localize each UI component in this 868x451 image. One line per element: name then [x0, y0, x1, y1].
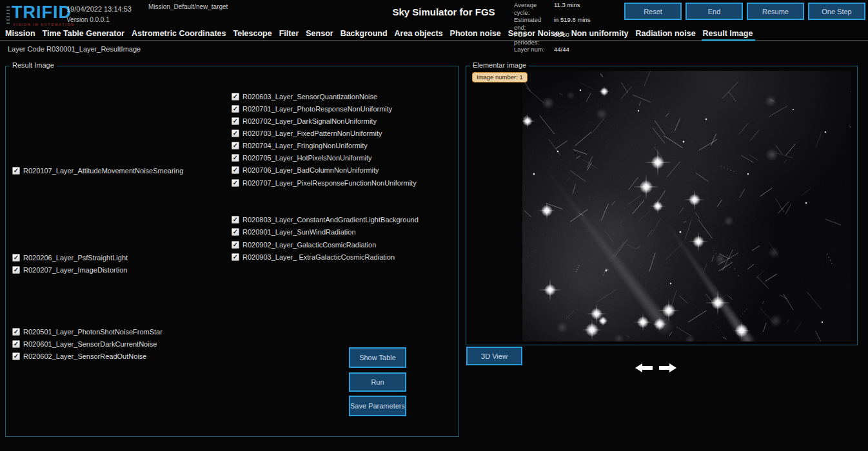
menu-item-result-image[interactable]: Result Image	[703, 29, 753, 38]
arrow-right-icon[interactable]	[658, 361, 678, 374]
timestamp: 19/04/2022 13:14:53	[66, 5, 132, 13]
layer-option: ✓R020707_Layer_PixelResponseFunctionNonU…	[232, 179, 417, 187]
checkbox-label: R020704_Layer_FringingNonUniformity	[242, 142, 368, 149]
checkbox-r020901-layer-sunwindradiation[interactable]: ✓	[232, 228, 239, 236]
checkbox-label: R020601_Layer_SensorDarkCurrentNoise	[23, 340, 157, 348]
layer-option: ✓R020706_Layer_BadColumnNonUniformity	[232, 166, 379, 174]
checkbox-r020702-layer-darksignalnonuniformity[interactable]: ✓	[232, 117, 239, 125]
checkbox-label: R020603_Layer_SensorQuantizationNoise	[242, 93, 377, 101]
layer-code-value: R030001_Layer_ResultImage	[46, 45, 141, 53]
layer-option: ✓R020107_Layer_AttitudeMovementNoiseSmea…	[12, 167, 183, 175]
layer-code-row: Layer Code R030001_Layer_ResultImage	[8, 45, 44, 53]
menu-item-background[interactable]: Background	[340, 29, 388, 38]
checkbox-r020602-layer-sensorreadoutnoise[interactable]: ✓	[12, 352, 20, 360]
checkbox-label: R020707_Layer_PixelResponseFunctionNonUn…	[242, 179, 417, 187]
checkbox-r020803-layer-constantandgradientlightbackground[interactable]: ✓	[232, 216, 239, 224]
checkbox-r020206-layer-psfstraightlight[interactable]: ✓	[12, 254, 20, 262]
menu-item-radiation-noise[interactable]: Radiation noise	[636, 29, 696, 38]
checkbox-r020603-layer-sensorquantizationnoise[interactable]: ✓	[232, 93, 239, 101]
checkbox-r020704-layer-fringingnonuniformity[interactable]: ✓	[232, 142, 239, 149]
menu-bar: MissionTime Table GeneratorAstrometric C…	[0, 27, 868, 40]
checkbox-label: R020107_Layer_AttitudeMovementNoiseSmear…	[23, 167, 183, 175]
layer-option: ✓R020206_Layer_PsfStraightLight	[12, 254, 128, 262]
menu-item-telescope[interactable]: Telescope	[233, 29, 271, 38]
run-button[interactable]: Run	[349, 372, 406, 392]
reset-button[interactable]: Reset	[624, 3, 682, 20]
checkbox-label: R020206_Layer_PsfStraightLight	[23, 254, 128, 262]
stat-label-fgs-periodes: FGS periodes:	[514, 31, 553, 46]
simulation-control-buttons: ResetEndResumeOne Step	[624, 3, 865, 20]
trifid-logo: TRIFID	[12, 3, 72, 23]
menu-item-time-table-generator[interactable]: Time Table Generator	[43, 29, 124, 38]
app-title: Sky Simulator for FGS	[392, 6, 495, 17]
layer-option: ✓R020901_Layer_SunWindRadiation	[232, 228, 356, 236]
checkbox-label: R020702_Layer_DarkSignalNonUniformity	[242, 117, 377, 125]
resume-button[interactable]: Resume	[747, 3, 804, 20]
layer-option: ✓R020601_Layer_SensorDarkCurrentNoise	[12, 340, 157, 348]
checkbox-label: R020602_Layer_SensorReadOutNoise	[23, 352, 146, 360]
logo-dots-decoration	[6, 6, 10, 24]
elementar-image-panel-title: Elementar image	[470, 61, 529, 69]
layer-option: ✓R020602_Layer_SensorReadOutNoise	[12, 352, 146, 360]
layer-option: ✓R020702_Layer_DarkSignalNonUniformity	[232, 117, 377, 125]
trifid-logo-subtitle: VISION IN AUTOMATION	[13, 23, 75, 26]
layer-option: ✓R020903_Layer_ ExtraGalacticCosmicRadia…	[232, 253, 395, 261]
result-image-panel-title: Result Image	[10, 61, 57, 69]
checkbox-label: R020803_Layer_ConstantAndGradientLightBa…	[242, 216, 419, 224]
menu-item-mission[interactable]: Mission	[5, 29, 35, 38]
checkbox-r020707-layer-pixelresponsefunctionnonuniformity[interactable]: ✓	[232, 179, 239, 187]
show-table-button[interactable]: Show Table	[349, 347, 406, 368]
active-tab-underline	[702, 39, 755, 41]
checkbox-label: R020706_Layer_BadColumnNonUniformity	[242, 166, 379, 174]
checkbox-r020601-layer-sensordarkcurrentnoise[interactable]: ✓	[12, 340, 20, 348]
stat-value-average-cycle: 11.3 mins	[554, 1, 591, 16]
checkbox-r020501-layer-photonshotnoisefromstar[interactable]: ✓	[12, 328, 20, 336]
elementar-image-canvas	[522, 71, 851, 341]
end-button[interactable]: End	[686, 3, 743, 20]
menu-item-area-objects[interactable]: Area objects	[395, 29, 443, 38]
stat-value-layer-num: 44/44	[554, 46, 591, 53]
checkbox-label: R020903_Layer_ ExtraGalacticCosmicRadiat…	[242, 253, 395, 261]
checkbox-label: R020701_Layer_PhotoResponseNonUniformity	[242, 105, 392, 113]
checkbox-r020902-layer-galacticcosmicradiation[interactable]: ✓	[232, 241, 239, 249]
checkbox-r020701-layer-photoresponsenonuniformity[interactable]: ✓	[232, 105, 239, 113]
layer-option: ✓R020207_Layer_ImageDistortion	[12, 266, 127, 274]
layer-option: ✓R020703_Layer_FixedPatternNonUniformity	[232, 130, 382, 137]
layer-option: ✓R020701_Layer_PhotoResponseNonUniformit…	[232, 105, 392, 113]
checkbox-r020107-layer-attitudemovementnoisesmearing[interactable]: ✓	[12, 167, 20, 175]
stat-value-fgs-periodes: 06/50	[554, 31, 591, 46]
menu-item-astrometric-coordinates[interactable]: Astrometric Coordinates	[132, 29, 226, 38]
menu-item-photon-noise[interactable]: Photon noise	[450, 29, 501, 38]
layer-option: ✓R020501_Layer_PhotonShotNoiseFromStar	[12, 328, 163, 336]
layer-option: ✓R020705_Layer_HotPixelsNonUniformity	[232, 154, 372, 162]
elementar-image-panel: Elementar image Image number: 1	[466, 66, 858, 345]
checkbox-label: R020501_Layer_PhotonShotNoiseFromStar	[23, 328, 163, 336]
checkbox-r020703-layer-fixedpatternnonuniformity[interactable]: ✓	[232, 130, 239, 137]
version-label: Version 0.0.0.1	[66, 16, 110, 23]
mission-label: Mission_Default/new_target	[148, 3, 228, 10]
stat-value-estimated-end: in 519.8 mins	[554, 16, 591, 31]
image-number-badge: Image number: 1	[472, 72, 528, 82]
image-nav-arrows	[634, 361, 678, 374]
menu-item-sensor[interactable]: Sensor	[306, 29, 333, 38]
menu-item-filter[interactable]: Filter	[279, 29, 299, 38]
3d-view-button[interactable]: 3D View	[466, 347, 522, 365]
checkbox-label: R020705_Layer_HotPixelsNonUniformity	[242, 154, 372, 162]
one-step-button[interactable]: One Step	[808, 3, 865, 20]
checkbox-r020706-layer-badcolumnnonuniformity[interactable]: ✓	[232, 166, 239, 174]
layer-code-label: Layer Code	[8, 45, 44, 53]
save-parameters-button[interactable]: Save Parameters	[349, 396, 406, 416]
stat-label-estimated-end: Estimated end:	[514, 16, 553, 31]
layer-option: ✓R020603_Layer_SensorQuantizationNoise	[232, 93, 377, 101]
app-root: TRIFID VISION IN AUTOMATION 19/04/2022 1…	[0, 0, 868, 451]
checkbox-r020207-layer-imagedistortion[interactable]: ✓	[12, 266, 20, 274]
layer-option: ✓R020803_Layer_ConstantAndGradientLightB…	[232, 216, 419, 224]
result-image-panel: Result Image ✓R020107_Layer_AttitudeMove…	[5, 66, 459, 437]
arrow-left-icon[interactable]	[634, 361, 653, 374]
simulation-stats: Average cycle:11.3 minsEstimated end:in …	[514, 1, 591, 53]
stat-label-average-cycle: Average cycle:	[514, 1, 553, 16]
stat-label-layer-num: Layer num:	[514, 46, 553, 53]
checkbox-r020903-layer-extragalacticcosmicradiation[interactable]: ✓	[232, 253, 239, 261]
checkbox-r020705-layer-hotpixelsnonuniformity[interactable]: ✓	[232, 154, 239, 162]
layer-option: ✓R020704_Layer_FringingNonUniformity	[232, 142, 368, 149]
